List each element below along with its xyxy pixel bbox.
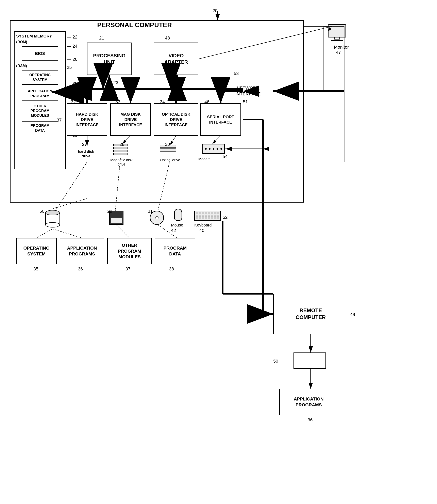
system-memory-box: SYSTEM MEMORY (ROM) BIOS (RAM) OPERATING… xyxy=(14,31,66,169)
num-60: 60 xyxy=(40,209,44,214)
hdd-interface-box: HARD DISKDRIVEINTERFACE xyxy=(67,103,107,136)
num-26: — 26 xyxy=(67,57,78,62)
other-modules-ram-box: OTHERPROGRAMMODULES xyxy=(22,103,58,119)
num-29: 29 xyxy=(107,209,112,214)
num-36-bottom: 36 xyxy=(78,266,83,272)
program-data-ram-box: PROGRAMDATA xyxy=(22,121,58,135)
num-31: 31 xyxy=(148,209,153,214)
modem-icon xyxy=(202,144,225,154)
mag-disk-interface-box: MAG DISKDRIVEINTERFACE xyxy=(110,103,151,136)
num-34: 34 xyxy=(160,99,165,104)
num-28: 28 xyxy=(119,142,124,147)
keyboard-label: Keyboard xyxy=(194,223,212,227)
num-23: 23 xyxy=(113,80,118,85)
num-38-bottom: 38 xyxy=(169,266,174,272)
num-22: — 22 xyxy=(67,34,78,40)
num-21: 21 xyxy=(99,35,104,41)
network-interface-box: NETWORKINTERFACE xyxy=(223,75,273,107)
app-program-ram-box: APPLICATIONPROGRAM xyxy=(22,87,58,101)
mouse-icon xyxy=(174,209,182,221)
num-49: 49 xyxy=(350,312,355,317)
app-programs-final-box: APPLICATIONPROGRAMS xyxy=(279,389,338,415)
num-48: 48 xyxy=(165,35,170,41)
svg-line-47 xyxy=(53,229,82,238)
num-47: 47 xyxy=(336,50,341,55)
video-adapter-box: VIDEOADAPTER xyxy=(154,42,198,75)
hdd-box: hard diskdrive xyxy=(69,146,103,162)
svg-line-48 xyxy=(116,225,129,238)
mouse-label: Mouse xyxy=(171,223,183,227)
num-46: 46 xyxy=(204,99,209,104)
num-36-final: 36 xyxy=(308,417,313,422)
system-memory-label: SYSTEM MEMORY xyxy=(16,33,52,39)
remote-computer-box: REMOTECOMPUTER xyxy=(273,294,348,334)
bottom-os-box: OPERATINGSYSTEM xyxy=(16,238,57,264)
diagram-number: 20 xyxy=(213,8,217,13)
bottom-other-box: OTHERPROGRAMMODULES xyxy=(107,238,152,264)
storage-cylinder xyxy=(45,209,61,230)
num-50: 50 xyxy=(273,359,278,364)
rom-label: (ROM) xyxy=(16,40,27,44)
bottom-data-box: PROGRAMDATA xyxy=(155,238,195,264)
optical-interface-box: OPTICAL DISKDRIVEINTERFACE xyxy=(154,103,198,136)
num-35: — 35 xyxy=(67,81,78,86)
monitor-icon xyxy=(328,24,346,41)
num-32: 32 xyxy=(71,99,76,104)
diagram: 20 PERSONAL COMPUTER SYSTEM MEMORY (ROM)… xyxy=(0,0,437,504)
num-53: 53 xyxy=(234,71,239,76)
num-37-bottom: 37 xyxy=(126,266,130,272)
mag-disk-label: Magnetic diskdrive xyxy=(110,158,133,166)
modem-label-inside: Modem xyxy=(198,157,210,161)
pc-label: PERSONAL COMPUTER xyxy=(97,21,172,29)
num-27: 27 xyxy=(82,142,87,147)
svg-point-3 xyxy=(46,210,60,215)
bottom-app-box: APPLICATIONPROGRAMS xyxy=(60,238,104,264)
num-54: 54 xyxy=(223,154,228,159)
num-33: 33 xyxy=(115,99,120,104)
num-35-bottom: 35 xyxy=(33,266,38,272)
num-37b: 37 xyxy=(57,117,61,123)
router-box xyxy=(294,352,326,369)
num-52: 52 xyxy=(223,215,228,220)
num-30: 30 xyxy=(165,142,170,147)
num-25: 25 xyxy=(67,65,72,70)
ram-label: (RAM) xyxy=(16,64,27,68)
keyboard-icon xyxy=(194,211,221,221)
optical-drive-label: Optical drive xyxy=(160,158,180,162)
serial-port-box: SERIAL PORTINTERFACE xyxy=(200,103,241,136)
num-42: 42 xyxy=(171,228,176,233)
os-ram-box: OPERATINGSYSTEM xyxy=(22,71,58,85)
svg-line-46 xyxy=(36,229,53,238)
monitor-label: Monitor xyxy=(334,45,349,50)
num-40: 40 xyxy=(199,228,204,233)
processing-unit-box: PROCESSINGUNIT xyxy=(87,42,132,75)
bios-box: BIOS xyxy=(22,46,58,61)
num-24: — 24 xyxy=(67,43,78,49)
num-51: 51 xyxy=(243,99,248,104)
